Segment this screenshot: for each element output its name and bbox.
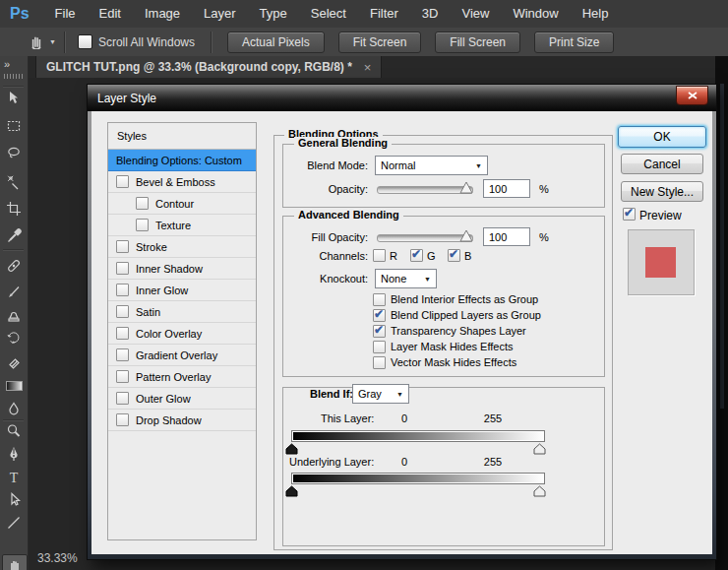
transparency-shapes-row[interactable]: Transparency Shapes Layer bbox=[373, 323, 541, 339]
crop-tool-icon[interactable] bbox=[4, 199, 24, 219]
eyedropper-tool-icon[interactable] bbox=[4, 226, 24, 246]
style-checkbox[interactable] bbox=[116, 327, 129, 340]
style-checkbox[interactable] bbox=[116, 284, 129, 296]
style-item-texture[interactable]: Texture bbox=[108, 215, 256, 236]
this-layer-black-marker[interactable] bbox=[285, 443, 298, 455]
eraser-tool-icon[interactable] bbox=[4, 353, 24, 373]
opacity-slider-thumb[interactable] bbox=[459, 181, 473, 194]
style-item-blending-options[interactable]: Blending Options: Custom bbox=[108, 150, 256, 171]
actual-pixels-button[interactable]: Actual Pixels bbox=[227, 32, 325, 53]
blend-mode-dropdown[interactable]: Normal ▼ bbox=[375, 156, 488, 175]
collapse-panel-icon[interactable]: » bbox=[4, 58, 8, 70]
clone-stamp-tool-icon[interactable] bbox=[4, 305, 24, 325]
fill-opacity-slider-thumb[interactable] bbox=[459, 229, 473, 242]
panel-grip[interactable] bbox=[4, 74, 23, 79]
blend-interior-effects-checkbox[interactable] bbox=[373, 293, 386, 306]
menu-window[interactable]: Window bbox=[501, 0, 570, 28]
style-checkbox[interactable] bbox=[116, 240, 129, 253]
style-checkbox[interactable] bbox=[116, 175, 129, 188]
brush-tool-icon[interactable] bbox=[4, 283, 24, 302]
pen-tool-icon[interactable] bbox=[4, 445, 24, 465]
dialog-title-bar[interactable]: Layer Style bbox=[88, 85, 716, 111]
menu-select[interactable]: Select bbox=[299, 0, 358, 28]
blend-clipped-layers-row[interactable]: Blend Clipped Layers as Group bbox=[373, 307, 541, 323]
style-checkbox[interactable] bbox=[116, 413, 129, 426]
fill-opacity-value-field[interactable]: 100 bbox=[483, 227, 530, 246]
style-checkbox[interactable] bbox=[136, 219, 149, 231]
hand-tool-icon[interactable] bbox=[2, 554, 28, 570]
style-item-stroke[interactable]: Stroke bbox=[108, 236, 256, 258]
style-checkbox[interactable] bbox=[116, 348, 129, 361]
menu-type[interactable]: Type bbox=[248, 0, 299, 28]
underlying-layer-gradient-bar[interactable] bbox=[291, 473, 545, 484]
dodge-tool-icon[interactable] bbox=[4, 421, 24, 441]
magic-wand-tool-icon[interactable] bbox=[4, 172, 24, 192]
style-item-satin[interactable]: Satin bbox=[108, 301, 256, 323]
cancel-button[interactable]: Cancel bbox=[621, 154, 703, 174]
spot-healing-brush-tool-icon[interactable] bbox=[4, 256, 24, 276]
channel-b-checkbox[interactable] bbox=[448, 249, 460, 262]
menu-edit[interactable]: Edit bbox=[88, 0, 133, 28]
style-item-drop-shadow[interactable]: Drop Shadow bbox=[108, 410, 256, 431]
channel-r-checkbox[interactable] bbox=[373, 249, 386, 262]
gradient-tool-icon[interactable] bbox=[4, 376, 24, 396]
zoom-level-field[interactable]: 33.33% bbox=[37, 551, 78, 565]
style-item-pattern-overlay[interactable]: Pattern Overlay bbox=[108, 366, 256, 388]
rectangular-marquee-tool-icon[interactable] bbox=[4, 116, 24, 136]
fill-screen-button[interactable]: Fill Screen bbox=[435, 32, 520, 53]
move-tool-icon[interactable] bbox=[4, 89, 24, 108]
menu-image[interactable]: Image bbox=[133, 0, 192, 28]
style-checkbox[interactable] bbox=[116, 392, 129, 405]
line-tool-icon[interactable] bbox=[4, 513, 24, 533]
new-style-button[interactable]: New Style... bbox=[621, 181, 703, 202]
ok-button[interactable]: OK bbox=[618, 126, 706, 148]
style-item-inner-shadow[interactable]: Inner Shadow bbox=[108, 258, 256, 280]
style-item-contour[interactable]: Contour bbox=[108, 193, 256, 215]
option-label: Blend Interior Effects as Group bbox=[391, 293, 538, 305]
direct-selection-tool-icon[interactable] bbox=[4, 490, 24, 510]
blend-interior-effects-row[interactable]: Blend Interior Effects as Group bbox=[373, 291, 541, 307]
menu-layer[interactable]: Layer bbox=[192, 0, 248, 28]
layer-mask-hides-checkbox[interactable] bbox=[373, 341, 386, 353]
style-item-outer-glow[interactable]: Outer Glow bbox=[108, 388, 256, 410]
current-tool-dropdown[interactable]: ▼ bbox=[28, 32, 56, 52]
menu-help[interactable]: Help bbox=[571, 0, 621, 28]
menu-file[interactable]: File bbox=[43, 0, 88, 28]
vector-mask-hides-checkbox[interactable] bbox=[373, 356, 386, 369]
menu-view[interactable]: View bbox=[450, 0, 501, 28]
style-item-gradient-overlay[interactable]: Gradient Overlay bbox=[108, 345, 256, 366]
this-layer-gradient-bar[interactable] bbox=[291, 430, 545, 442]
lasso-tool-icon[interactable] bbox=[4, 143, 24, 162]
layer-mask-hides-row[interactable]: Layer Mask Hides Effects bbox=[373, 339, 541, 354]
horizontal-type-tool-icon[interactable]: T bbox=[4, 468, 24, 487]
menu-3d[interactable]: 3D bbox=[410, 0, 451, 28]
close-icon[interactable]: × bbox=[364, 60, 372, 75]
style-item-inner-glow[interactable]: Inner Glow bbox=[108, 280, 256, 301]
vector-mask-hides-row[interactable]: Vector Mask Hides Effects bbox=[373, 354, 541, 370]
preview-checkbox[interactable] bbox=[623, 208, 636, 221]
print-size-button[interactable]: Print Size bbox=[534, 32, 614, 53]
style-checkbox[interactable] bbox=[136, 197, 149, 210]
blur-tool-icon[interactable] bbox=[4, 399, 24, 418]
style-checkbox[interactable] bbox=[116, 370, 129, 383]
history-brush-tool-icon[interactable] bbox=[4, 329, 24, 348]
underlying-layer-black-marker[interactable] bbox=[285, 485, 298, 497]
transparency-shapes-checkbox[interactable] bbox=[373, 325, 386, 338]
style-checkbox[interactable] bbox=[116, 262, 129, 275]
this-layer-white-marker[interactable] bbox=[533, 443, 546, 455]
underlying-layer-white-marker[interactable] bbox=[533, 485, 546, 497]
channel-g-checkbox[interactable] bbox=[410, 249, 423, 262]
document-tab[interactable]: GLITCH TUT.png @ 33.3% (Background copy,… bbox=[35, 56, 382, 78]
dialog-close-button[interactable] bbox=[676, 86, 708, 105]
svg-text:T: T bbox=[10, 471, 19, 485]
style-checkbox[interactable] bbox=[116, 305, 129, 318]
blend-if-dropdown[interactable]: Gray ▼ bbox=[352, 384, 409, 404]
blend-clipped-layers-checkbox[interactable] bbox=[373, 309, 386, 322]
menu-filter[interactable]: Filter bbox=[358, 0, 410, 28]
opacity-value-field[interactable]: 100 bbox=[483, 179, 530, 198]
knockout-dropdown[interactable]: None ▼ bbox=[375, 269, 437, 288]
fit-screen-button[interactable]: Fit Screen bbox=[338, 32, 422, 53]
scroll-all-windows-checkbox[interactable] bbox=[78, 34, 92, 49]
style-item-color-overlay[interactable]: Color Overlay bbox=[108, 323, 256, 345]
style-item-bevel-emboss[interactable]: Bevel & Emboss bbox=[108, 171, 256, 193]
